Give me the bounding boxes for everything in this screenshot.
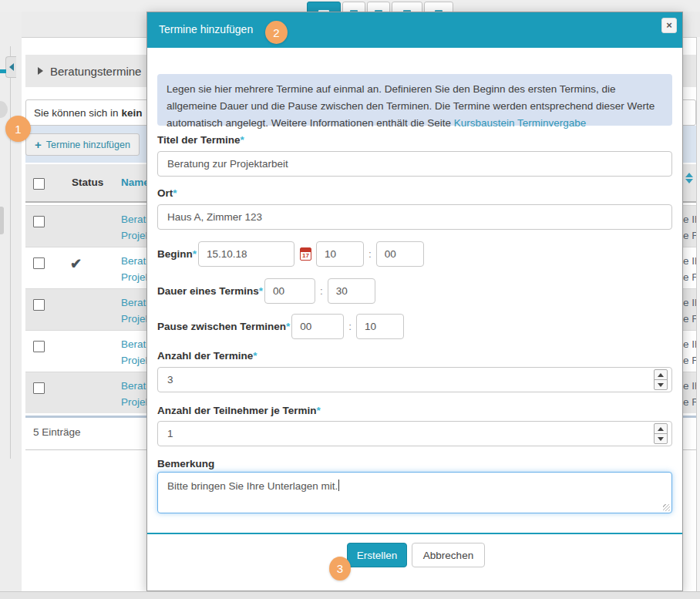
close-icon[interactable]: × — [661, 18, 677, 33]
note-text: Bitte bringen Sie Ihre Unterlagen mit. — [167, 480, 338, 492]
row-checkbox[interactable] — [33, 382, 45, 394]
dialog-title: Termine hinzufügen — [159, 23, 253, 35]
begin-hour-field[interactable]: 10 — [316, 241, 364, 267]
editor-toolbar — [0, 0, 700, 12]
pause-hour-field[interactable]: 00 — [291, 314, 344, 339]
dialog-info-box: Legen sie hier mehrere Termine auf einma… — [157, 74, 672, 126]
begin-date-value: 15.10.18 — [207, 248, 247, 260]
participants-spinner — [654, 423, 668, 444]
participants-field-value: 1 — [167, 428, 173, 439]
kursbaustein-link[interactable]: Kursbaustein Terminvergabe — [454, 117, 587, 129]
duration-hour-value: 00 — [273, 285, 284, 297]
row-checkbox[interactable] — [33, 341, 45, 352]
count-field[interactable]: 3 — [157, 367, 672, 392]
spinner-up-icon[interactable] — [655, 424, 667, 434]
time-separator: : — [369, 248, 372, 260]
duration-label: Dauer eines Termins* — [157, 285, 263, 297]
begin-minute-value: 00 — [385, 248, 396, 260]
row-checkbox[interactable] — [33, 216, 45, 227]
title-field-label: Titel der Termine* — [157, 134, 244, 146]
bottom-page-strip — [0, 591, 700, 599]
notice-text: Sie können sich in — [34, 107, 119, 119]
title-field-value: Beratung zur Projektarbeit — [167, 158, 288, 170]
plus-icon: + — [35, 139, 42, 150]
row-checkbox[interactable] — [33, 299, 45, 311]
begin-hour-value: 10 — [325, 248, 336, 260]
entry-count: 5 Einträge — [33, 426, 81, 438]
required-marker: * — [259, 285, 263, 297]
duration-minute-field[interactable]: 30 — [328, 278, 375, 304]
edge-handle[interactable] — [0, 207, 4, 234]
abbrechen-button[interactable]: Abbrechen — [412, 543, 485, 567]
spinner-up-icon[interactable] — [655, 370, 667, 380]
pause-hour-value: 00 — [300, 321, 311, 332]
participants-field-label: Anzahl der Teilnehmer je Termin* — [157, 405, 321, 416]
begin-label: Beginn* — [157, 248, 197, 260]
pause-minute-field[interactable]: 10 — [356, 314, 404, 339]
required-marker: * — [317, 405, 321, 416]
required-marker: * — [253, 350, 257, 362]
count-spinner — [654, 369, 668, 390]
nav-highlight-fragment — [0, 69, 6, 73]
notice-bold-text: kein — [122, 107, 143, 119]
step-badge-3: 3 — [329, 557, 351, 580]
required-marker: * — [173, 187, 177, 199]
text-cursor — [338, 480, 339, 491]
page: Beratungstermine Sie können sich in kein… — [0, 0, 700, 599]
column-header-name[interactable]: Name — [121, 177, 150, 188]
begin-minute-field[interactable]: 00 — [376, 241, 424, 267]
required-marker: * — [241, 134, 244, 146]
step-badge-1: 1 — [5, 116, 31, 142]
status-check-icon: ✔ — [70, 255, 82, 272]
begin-row: Beginn* 15.10.18 17 10 : 00 — [157, 241, 424, 267]
required-marker: * — [193, 248, 197, 260]
step-badge-2: 2 — [265, 21, 288, 44]
column-header-status[interactable]: Status — [72, 177, 103, 188]
erstellen-button[interactable]: Erstellen — [347, 543, 407, 567]
termine-hinzufuegen-dialog: Termine hinzufügen × Legen sie hier mehr… — [146, 12, 683, 591]
dialog-header: Termine hinzufügen × — [147, 12, 682, 48]
left-gutter — [0, 12, 22, 591]
resize-grip-icon[interactable] — [663, 504, 670, 511]
location-field-value: Haus A, Zimmer 123 — [167, 211, 262, 223]
panel-divider — [10, 46, 11, 459]
section-title: Beratungstermine — [50, 65, 141, 78]
spinner-down-icon[interactable] — [655, 380, 667, 389]
pause-minute-value: 10 — [365, 321, 376, 332]
add-termine-button[interactable]: + Termine hinzufügen — [25, 133, 140, 156]
row-checkbox[interactable] — [33, 257, 45, 269]
sort-icon[interactable] — [685, 173, 693, 183]
calendar-icon[interactable]: 17 — [300, 247, 311, 261]
participants-field[interactable]: 1 — [157, 421, 672, 446]
location-field-label: Ort* — [157, 187, 177, 199]
note-field-label: Bemerkung — [157, 458, 214, 469]
dialog-footer-divider — [147, 533, 682, 534]
pause-row: Pause zwischen Terminen* 00 : 10 — [157, 313, 404, 339]
duration-minute-value: 30 — [336, 285, 348, 297]
add-termine-button-label: Termine hinzufügen — [46, 140, 130, 150]
collapse-panel-button[interactable] — [5, 56, 16, 78]
count-field-value: 3 — [167, 374, 173, 385]
begin-date-field[interactable]: 15.10.18 — [198, 241, 294, 267]
duration-hour-field[interactable]: 00 — [264, 278, 315, 304]
title-field[interactable]: Beratung zur Projektarbeit — [157, 151, 672, 177]
duration-row: Dauer eines Termins* 00 : 30 — [157, 278, 375, 304]
required-marker: * — [286, 321, 290, 332]
location-field[interactable]: Haus A, Zimmer 123 — [157, 204, 672, 230]
edge-bubble-fragment — [0, 101, 8, 118]
select-all-checkbox[interactable] — [33, 178, 45, 190]
disclosure-triangle-icon — [38, 67, 43, 75]
spinner-down-icon[interactable] — [655, 434, 667, 443]
pause-label: Pause zwischen Terminen* — [157, 321, 290, 332]
chevron-left-icon — [9, 63, 14, 71]
count-field-label: Anzahl der Termine* — [157, 350, 257, 362]
scrollbar-track[interactable] — [697, 37, 700, 591]
time-separator: : — [320, 285, 323, 297]
note-textarea[interactable]: Bitte bringen Sie Ihre Unterlagen mit. — [157, 472, 672, 513]
time-separator: : — [348, 321, 352, 332]
